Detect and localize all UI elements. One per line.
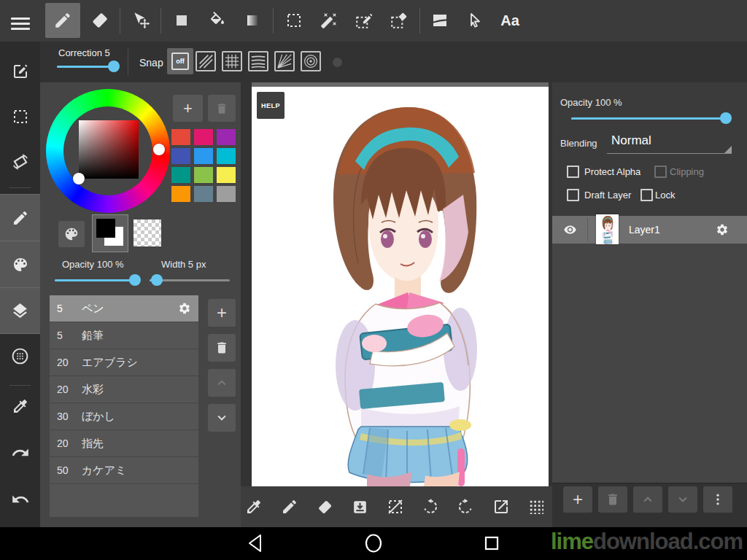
- drawing-canvas[interactable]: HELP: [252, 87, 549, 486]
- palette-color-button[interactable]: [58, 221, 85, 247]
- color-swatch[interactable]: [217, 186, 236, 202]
- eraser-button[interactable]: [315, 497, 334, 516]
- gradient-icon: [244, 12, 261, 29]
- snap-grid-button[interactable]: [222, 51, 242, 71]
- color-swatch[interactable]: [194, 167, 213, 183]
- color-swatch[interactable]: [217, 129, 236, 145]
- fill-tool-button[interactable]: [200, 3, 235, 38]
- select-tool-button[interactable]: [276, 3, 311, 38]
- shape-tool-button[interactable]: [164, 3, 199, 38]
- snap-vanishing-button[interactable]: [274, 51, 295, 71]
- layer-panel-tab[interactable]: [0, 287, 40, 334]
- layer-opacity-slider[interactable]: [571, 117, 726, 120]
- brush-row[interactable]: 50カケアミ: [50, 457, 198, 484]
- bar-separator: [128, 49, 128, 75]
- brush-opacity-slider[interactable]: [55, 279, 135, 281]
- redo-button[interactable]: [0, 437, 40, 469]
- brush-width-slider[interactable]: [150, 279, 230, 281]
- pen-button[interactable]: [280, 497, 299, 516]
- select-panel-button[interactable]: [0, 101, 40, 133]
- brush-row[interactable]: 30ぼかし: [50, 403, 198, 430]
- home-button[interactable]: [363, 533, 384, 553]
- help-button[interactable]: HELP: [257, 92, 285, 119]
- brush-settings-button[interactable]: [178, 302, 191, 315]
- select-eraser-button[interactable]: [382, 3, 417, 38]
- draft-layer-checkbox[interactable]: [567, 189, 579, 201]
- delete-swatch-button[interactable]: [208, 95, 236, 122]
- snap-horizontal-button[interactable]: [248, 51, 268, 71]
- color-swatch[interactable]: [194, 186, 213, 202]
- pen-tool-button[interactable]: [45, 3, 80, 38]
- new-canvas-button[interactable]: [0, 55, 40, 88]
- menu-button[interactable]: [11, 15, 30, 33]
- panel-divide-icon: [431, 12, 449, 29]
- delete-layer-button[interactable]: [598, 486, 627, 513]
- undo-button[interactable]: [0, 483, 40, 516]
- operation-tool-button[interactable]: [457, 3, 492, 38]
- color-swatch[interactable]: [194, 148, 213, 164]
- eyedropper-button[interactable]: [0, 390, 40, 422]
- layer-up-button[interactable]: [633, 486, 662, 513]
- color-swatch[interactable]: [217, 167, 236, 183]
- color-panel-tab[interactable]: [0, 241, 40, 287]
- transparent-color-button[interactable]: [133, 219, 161, 246]
- add-swatch-button[interactable]: +: [173, 95, 203, 122]
- undo-button[interactable]: [421, 497, 440, 516]
- eraser-tool-button[interactable]: [82, 3, 117, 38]
- foreground-color-selector[interactable]: [92, 214, 128, 252]
- marquee-icon: [285, 12, 303, 29]
- export-button[interactable]: [492, 497, 511, 516]
- snap-concentric-button[interactable]: [301, 51, 321, 71]
- save-button[interactable]: [350, 497, 369, 516]
- delete-brush-button[interactable]: [208, 334, 236, 362]
- brush-up-button[interactable]: [208, 369, 236, 397]
- layer-row[interactable]: Layer1: [552, 216, 747, 244]
- eyedropper-button[interactable]: [244, 497, 263, 516]
- select-pen-button[interactable]: [347, 3, 382, 38]
- rotate-canvas-button[interactable]: [0, 146, 40, 178]
- recents-button[interactable]: [481, 533, 502, 553]
- correction-slider[interactable]: [57, 66, 114, 68]
- layer-settings-button[interactable]: [716, 223, 729, 236]
- brush-opacity-label: Opacity 100 %: [62, 259, 124, 270]
- brush-panel-tab[interactable]: [0, 194, 40, 241]
- divide-panel-button[interactable]: [422, 3, 457, 38]
- text-tool-button[interactable]: Aa: [492, 3, 527, 38]
- gradient-tool-button[interactable]: [235, 3, 270, 38]
- magic-wand-button[interactable]: [311, 3, 347, 38]
- snap-parallel-button[interactable]: [196, 51, 216, 71]
- brush-row[interactable]: 20指先: [50, 430, 198, 457]
- layer-down-button[interactable]: [668, 486, 697, 513]
- color-swatch[interactable]: [171, 167, 190, 183]
- add-layer-button[interactable]: +: [563, 486, 592, 513]
- color-swatch[interactable]: [171, 148, 190, 164]
- brush-row[interactable]: 5鉛筆: [50, 322, 198, 349]
- brush-row[interactable]: 20水彩: [50, 376, 198, 403]
- clipping-checkbox[interactable]: [654, 166, 667, 178]
- color-swatch[interactable]: [171, 129, 190, 145]
- material-panel-button[interactable]: [0, 340, 40, 372]
- material-grid-button[interactable]: [527, 497, 546, 516]
- color-swatch[interactable]: [171, 186, 190, 202]
- grid-icon: [225, 54, 239, 69]
- layer-visibility-button[interactable]: [562, 223, 578, 236]
- redo-button[interactable]: [456, 497, 475, 516]
- sv-handle[interactable]: [73, 173, 85, 184]
- saturation-value-box[interactable]: [79, 120, 139, 179]
- color-swatch[interactable]: [217, 148, 236, 164]
- brush-row[interactable]: 20エアブラシ: [50, 349, 198, 376]
- add-brush-button[interactable]: +: [208, 299, 236, 327]
- snap-off-button[interactable]: off: [167, 48, 193, 74]
- blending-dropdown[interactable]: Normal: [607, 129, 732, 154]
- color-swatch[interactable]: [194, 129, 213, 145]
- protect-alpha-checkbox[interactable]: [567, 166, 579, 178]
- move-tool-button[interactable]: [123, 3, 158, 38]
- lock-checkbox[interactable]: [640, 189, 653, 201]
- brush-row[interactable]: 5 ペン: [50, 295, 198, 322]
- deselect-button[interactable]: [386, 497, 405, 516]
- layer-more-button[interactable]: [703, 486, 732, 513]
- brush-down-button[interactable]: [208, 404, 236, 432]
- back-button[interactable]: [245, 533, 266, 553]
- hue-handle[interactable]: [153, 144, 165, 155]
- layer-panel: Opacity 100 % Blending Normal Protect Al…: [552, 82, 747, 527]
